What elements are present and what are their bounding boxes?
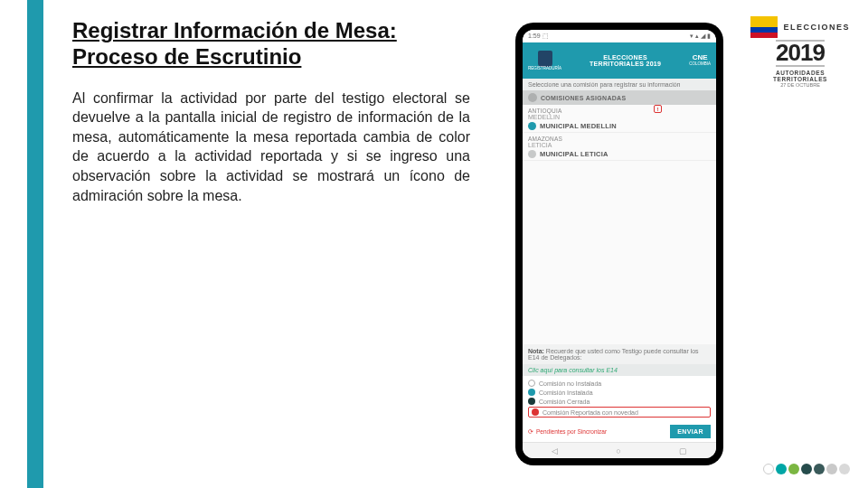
footer: ⟳ Pendientes por Sincronizar ENVIAR (523, 421, 716, 442)
sync-icon: ⟳ (528, 428, 533, 436)
app-header: REGISTRADURÍA ELECCIONES TERRITORIALES 2… (523, 42, 716, 79)
list-item[interactable]: ANTIOQUIA MEDELLIN MUNICIPAL MEDELLIN ! (523, 105, 716, 133)
list-item[interactable]: AMAZONAS LETICIA MUNICIPAL LETICIA (523, 133, 716, 161)
note-box: Nota: Recuerde que usted como Testigo pu… (523, 344, 716, 364)
legend-dot-icon (528, 398, 535, 405)
header-right: CNE COLOMBIA (689, 54, 711, 67)
send-button[interactable]: ENVIAR (670, 425, 711, 438)
recents-icon[interactable]: ▢ (679, 446, 687, 455)
slide-title: Registrar Información de Mesa: Proceso d… (72, 18, 470, 70)
phone-frame: 1:59 ⬚ ▾ ▴ ◢ ▮ REGISTRADURÍA ELECCIONES … (515, 23, 723, 465)
android-navbar: ◁ ○ ▢ (523, 442, 716, 458)
status-dot-icon (528, 150, 536, 158)
status-bar: 1:59 ⬚ ▾ ▴ ◢ ▮ (523, 30, 716, 42)
legend-dot-icon (528, 380, 535, 387)
status-dot-icon (528, 122, 536, 130)
comisiones-header: COMISIONES ASIGNADAS (523, 90, 716, 105)
alert-icon: ! (654, 105, 662, 113)
pending-label: ⟳ Pendientes por Sincronizar (528, 428, 607, 436)
accent-sidebar (27, 0, 43, 488)
legend-dot-icon (528, 389, 535, 396)
header-left: REGISTRADURÍA (528, 51, 561, 71)
consult-link[interactable]: Clic aquí para consultar los E14 (523, 364, 716, 376)
status-time: 1:59 ⬚ (528, 33, 549, 40)
subheader: Seleccione una comisión para registrar s… (523, 79, 716, 90)
decorative-dots (763, 464, 850, 474)
comision-list: ANTIOQUIA MEDELLIN MUNICIPAL MEDELLIN ! … (523, 105, 716, 161)
back-icon[interactable]: ◁ (552, 446, 558, 455)
status-icons: ▾ ▴ ◢ ▮ (690, 33, 711, 40)
flag-icon (750, 16, 778, 38)
legend: Comisión no Instalada Comisión Instalada… (523, 376, 716, 421)
text-column: Registrar Información de Mesa: Proceso d… (72, 18, 470, 205)
elections-logo: ELECCIONES 2019 AUTORIDADES TERRITORIALE… (750, 16, 850, 88)
shield-icon (538, 51, 552, 67)
home-icon[interactable]: ○ (616, 446, 620, 455)
person-icon (528, 93, 537, 102)
legend-dot-icon (532, 408, 539, 416)
phone-screen: 1:59 ⬚ ▾ ▴ ◢ ▮ REGISTRADURÍA ELECCIONES … (523, 30, 716, 458)
slide-paragraph: Al confirmar la actividad por parte del … (72, 89, 470, 206)
header-title: ELECCIONES TERRITORIALES 2019 (590, 54, 661, 67)
